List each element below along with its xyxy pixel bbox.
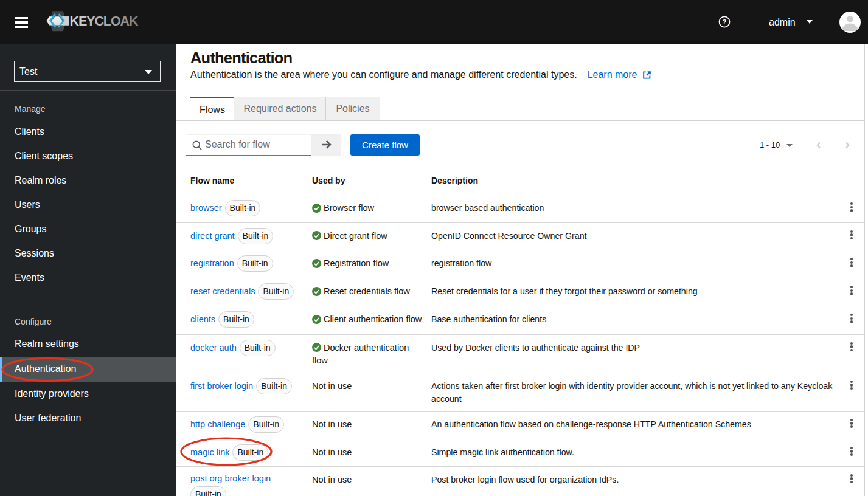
svg-text:KEYCLOAK: KEYCLOAK [70,14,139,29]
svg-text:?: ? [722,18,726,26]
